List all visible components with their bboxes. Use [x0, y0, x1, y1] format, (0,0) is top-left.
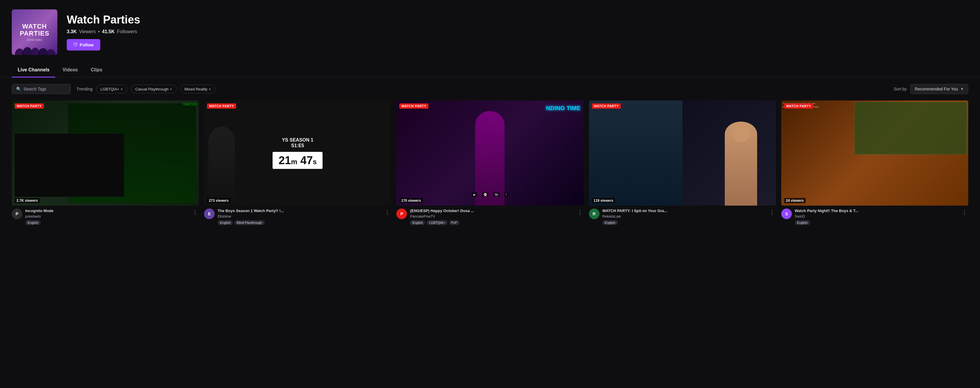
avatar-5: S — [781, 209, 792, 219]
stream-text-5: Watch Party Night!! The Boys & T... Swin… — [795, 209, 958, 225]
stream-options-1[interactable]: ⋮ — [191, 209, 199, 216]
avatar-1: P — [12, 209, 22, 219]
sort-label: Sort by — [894, 87, 907, 91]
viewer-count-1: 2.7K viewers — [15, 198, 40, 203]
stream-thumb-3: NDING TIME ▶ 👻 📷 f WATCH PARTY 170 viewe… — [396, 100, 583, 206]
avatar-4: R — [589, 209, 600, 219]
search-icon: 🔍 — [16, 87, 21, 91]
chevron-down-icon: ▼ — [960, 87, 964, 91]
logo-subtitle: prime video — [20, 38, 49, 41]
stream-tags-4: English — [603, 220, 765, 225]
tag-lgbtqia-label: LGBTQIA+ — [100, 87, 119, 91]
stream-thumb-5: To Join Stream Captain Tip: NoMo Sound M… — [781, 100, 968, 206]
filters-section: 🔍 Trending LGBTQIA+ + Casual Playthrough… — [0, 78, 980, 100]
watch-party-badge-2: WATCH PARTY — [207, 103, 236, 109]
tag-english-2: English — [218, 220, 233, 225]
tag-english-3: English — [410, 220, 425, 225]
avatar-3: P — [396, 209, 407, 219]
tag-casual-label: Casual Playthrough — [135, 87, 169, 91]
stream-tags-1: English — [25, 220, 188, 225]
sort-value: Recommended For You — [915, 87, 958, 91]
follow-button[interactable]: ♡ Follow — [67, 39, 100, 51]
logo-title: WATCHPARTIES — [20, 23, 49, 37]
watch-party-badge-1: WATCH PARTY — [15, 103, 44, 109]
stream-title-3: (ENG/ESP) Happy October! Dusa ... — [410, 209, 573, 214]
streamer-name-2: Ellohime — [218, 214, 380, 219]
tag-english-5: English — [795, 220, 810, 225]
tag-chip-casual[interactable]: Casual Playthrough + — [131, 85, 177, 93]
tab-clips[interactable]: Clips — [85, 63, 108, 78]
logo-silhouette — [12, 43, 57, 55]
follow-label: Follow — [80, 42, 94, 47]
stream-options-4[interactable]: ⋮ — [768, 209, 776, 216]
svg-point-4 — [46, 49, 56, 55]
stream-thumb-1: starting stream 7086/7200 WATCH PARTY 2.… — [12, 100, 199, 206]
stream-thumb-4: WATCH PARTY 119 viewers — [589, 100, 776, 206]
search-input-wrapper[interactable]: 🔍 — [12, 84, 70, 94]
stream-thumb-2: YS SEASON 1S1:E5 21m 47s WATCH PARTY 273… — [204, 100, 391, 206]
stream-info-5: S Watch Party Night!! The Boys & T... Sw… — [781, 206, 968, 226]
stream-text-3: (ENG/ESP) Happy October! Dusa ... Pancak… — [410, 209, 573, 225]
heart-icon: ♡ — [73, 42, 77, 48]
tab-live-channels[interactable]: Live Channels — [12, 63, 55, 78]
tag-lgbtqia-3: LGBTQIA+ — [426, 220, 447, 225]
trending-label: Trending — [76, 87, 92, 91]
stream-card-2[interactable]: YS SEASON 1S1:E5 21m 47s WATCH PARTY 273… — [204, 100, 391, 226]
streamer-name-5: SwinD — [795, 214, 958, 219]
stream-title-4: WATCH PARTY: I Spit on Your Gra... — [603, 209, 765, 214]
dot-separator: • — [98, 29, 100, 34]
channel-logo: WATCHPARTIES prime video — [12, 10, 57, 55]
viewer-count-5: 24 viewers — [784, 198, 806, 203]
tag-mixed-reality-label: Mixed Reality — [185, 87, 208, 91]
followers-label: Followers — [117, 29, 137, 34]
sort-section: Sort by Recommended For You ▼ — [894, 84, 968, 94]
channel-info: Watch Parties 3.3K Viewers • 41.5K Follo… — [67, 14, 140, 51]
stream-options-5[interactable]: ⋮ — [961, 209, 968, 216]
viewer-count-4: 119 viewers — [592, 198, 615, 203]
stream-info-1: P Incognito Mode pokelawls English ⋮ — [12, 206, 199, 226]
watch-party-badge-3: WATCH PARTY — [399, 103, 428, 109]
watch-party-badge-5: WATCH PARTY — [784, 103, 813, 109]
stream-card-3[interactable]: NDING TIME ▶ 👻 📷 f WATCH PARTY 170 viewe… — [396, 100, 583, 226]
stream-text-4: WATCH PARTY: I Spit on Your Gra... Rekie… — [603, 209, 765, 225]
stream-title-1: Incognito Mode — [25, 209, 188, 214]
stream-title-2: The Boys Season 1 Watch Party!! !... — [218, 209, 380, 214]
channel-stats: 3.3K Viewers • 41.5K Followers — [67, 29, 140, 34]
streamer-name-3: PancakePowTV — [410, 214, 573, 219]
stream-options-2[interactable]: ⋮ — [383, 209, 391, 216]
tag-english-4: English — [603, 220, 618, 225]
stream-options-3[interactable]: ⋮ — [576, 209, 584, 216]
viewer-count-3: 170 viewers — [399, 198, 423, 203]
stream-tags-3: English LGBTQIA+ PvP — [410, 220, 573, 225]
stream-tags-2: English Blind Playthrough — [218, 220, 380, 225]
tag-english-1: English — [25, 220, 41, 225]
stream-text-2: The Boys Season 1 Watch Party!! !... Ell… — [218, 209, 380, 225]
streams-grid: starting stream 7086/7200 WATCH PARTY 2.… — [0, 100, 980, 238]
search-input[interactable] — [24, 87, 65, 91]
stream-title-5: Watch Party Night!! The Boys & T... — [795, 209, 958, 214]
avatar-2: E — [204, 209, 215, 219]
follower-count: 41.5K — [102, 29, 115, 34]
tag-blind-playthrough: Blind Playthrough — [234, 220, 264, 225]
stream-info-2: E The Boys Season 1 Watch Party!! !... E… — [204, 206, 391, 226]
stream-card-5[interactable]: To Join Stream Captain Tip: NoMo Sound M… — [781, 100, 968, 226]
stream-info-3: P (ENG/ESP) Happy October! Dusa ... Panc… — [396, 206, 583, 226]
stream-text-1: Incognito Mode pokelawls English — [25, 209, 188, 225]
sort-dropdown[interactable]: Recommended For You ▼ — [910, 84, 968, 94]
channel-title: Watch Parties — [67, 14, 140, 26]
tag-pvp-3: PvP — [449, 220, 460, 225]
stream-info-4: R WATCH PARTY: I Spit on Your Gra... Rek… — [589, 206, 776, 226]
stream-tags-5: English — [795, 220, 958, 225]
stream-card-1[interactable]: starting stream 7086/7200 WATCH PARTY 2.… — [12, 100, 199, 226]
tag-chip-lgbtqia[interactable]: LGBTQIA+ + — [96, 85, 127, 93]
viewer-count: 3.3K — [67, 29, 77, 34]
streamer-name-1: pokelawls — [25, 214, 188, 219]
viewer-count-2: 273 viewers — [207, 198, 230, 203]
watch-party-badge-4: WATCH PARTY — [592, 103, 621, 109]
tag-chip-mixed-reality[interactable]: Mixed Reality + — [180, 85, 216, 93]
tab-videos[interactable]: Videos — [56, 63, 83, 78]
viewers-label: Viewers — [79, 29, 96, 34]
header-section: WATCHPARTIES prime video Watch Parties 3… — [0, 0, 980, 63]
streamer-name-4: RekietaLaw — [603, 214, 765, 219]
stream-card-4[interactable]: WATCH PARTY 119 viewers R WATCH PARTY: I… — [589, 100, 776, 226]
